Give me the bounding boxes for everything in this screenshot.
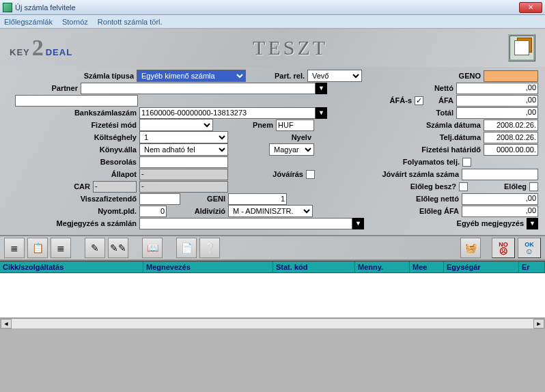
label-fizetesi-hatarido: Fizetési határidő — [408, 145, 484, 154]
value-allapot: - — [139, 169, 228, 180]
ok-button[interactable]: OK☺ — [518, 238, 541, 258]
input-nyomt-pld[interactable] — [139, 206, 167, 217]
checkbox-eloleg[interactable] — [529, 182, 538, 191]
label-car: CAR — [7, 182, 93, 191]
col-mee[interactable]: Mee — [410, 262, 444, 272]
logo-two: 2 — [32, 39, 44, 57]
toolbar-btn-basket[interactable]: 🧺 — [460, 238, 481, 258]
select-nyelv[interactable]: Magyar — [269, 143, 314, 156]
grid-header: Cikk/szolgáltatás Megnevezés Stat. kód M… — [0, 261, 545, 273]
label-allapot: Állapot — [7, 170, 139, 178]
label-szamla-datuma: Számla dátuma — [408, 121, 484, 129]
scroll-right[interactable]: ► — [533, 319, 544, 328]
logo: KEY 2 DEAL — [10, 39, 72, 57]
col-er[interactable]: Er — [519, 262, 545, 272]
label-telj-datuma: Telj.dátuma — [408, 133, 484, 141]
title-bar: Új számla felvitele ✕ — [0, 0, 545, 15]
app-icon — [3, 3, 12, 12]
close-button[interactable]: ✕ — [519, 2, 542, 13]
scroll-track[interactable] — [12, 319, 533, 328]
label-eloleg-afa: Előleg ÁFA — [393, 207, 462, 215]
checkbox-eloleg-besz[interactable] — [459, 182, 468, 191]
toolbar-btn-6[interactable]: 📖 — [142, 238, 163, 258]
value-netto: ,00 — [456, 83, 538, 94]
select-fizetesi-mod[interactable] — [139, 119, 213, 131]
label-eloleg-netto: Előleg nettó — [393, 195, 462, 203]
banner-teszt: TESZT — [253, 36, 328, 59]
input-geno[interactable] — [484, 70, 538, 82]
grid-body[interactable] — [0, 273, 545, 318]
banner: KEY 2 DEAL TESZT — [0, 29, 545, 67]
col-cikk[interactable]: Cikk/szolgáltatás — [0, 262, 143, 272]
toolbar-btn-1[interactable]: ≣ — [4, 238, 25, 258]
label-pnem: Pnem — [244, 121, 276, 129]
input-megjegyzes[interactable] — [139, 218, 352, 229]
select-konyv-alla[interactable]: Nem adható fel — [139, 143, 228, 156]
dropdown-partner[interactable] — [316, 83, 327, 94]
select-part-rel[interactable]: Vevő — [307, 70, 362, 82]
toolbar-btn-4[interactable]: ✎ — [85, 238, 105, 258]
select-aldivizio[interactable]: M - ADMINISZTR. — [228, 205, 313, 217]
label-eloleg: Előleg — [495, 182, 529, 191]
logo-key: KEY — [10, 47, 30, 57]
label-part-rel: Part. rel. — [266, 72, 307, 80]
label-afa: ÁFA — [423, 96, 456, 104]
label-folyamatos-telj: Folyamatos telj. — [380, 158, 462, 166]
toolbar: ≣ 📋 ≣ ✎ ✎✎ 📖 📄 ❔ 🧺 NO☹ OK☺ — [0, 235, 545, 261]
horizontal-scrollbar[interactable]: ◄ ► — [0, 318, 545, 329]
menu-rontott[interactable]: Rontott számla törl. — [98, 18, 163, 26]
toolbar-btn-2[interactable]: 📋 — [27, 238, 48, 258]
value-eloleg-netto: ,00 — [462, 193, 538, 205]
col-menny[interactable]: Menny. — [355, 262, 410, 272]
input-partner-line2[interactable] — [15, 95, 138, 107]
label-geno: GENO — [449, 72, 484, 80]
toolbar-btn-8[interactable]: ❔ — [199, 238, 220, 258]
value-total: ,00 — [456, 107, 538, 119]
label-besorolas: Besorolás — [7, 158, 139, 166]
label-eloleg-besz: Előleg besz? — [391, 182, 459, 191]
label-jovairas: Jóváírás — [238, 170, 306, 178]
label-total: Totál — [422, 109, 456, 117]
dropdown-megjegyzes[interactable] — [352, 218, 364, 229]
toolbar-btn-5[interactable]: ✎✎ — [108, 238, 128, 258]
input-geni[interactable] — [228, 193, 287, 205]
input-szamla-datuma[interactable] — [484, 120, 538, 131]
input-visszafizetendo[interactable] — [139, 193, 180, 205]
input-partner[interactable] — [81, 83, 316, 94]
checkbox-afas[interactable] — [415, 96, 423, 105]
scroll-left[interactable]: ◄ — [1, 319, 12, 328]
checkbox-folyamatos[interactable] — [462, 158, 471, 167]
label-netto: Nettó — [422, 84, 456, 92]
dropdown-egyeb-megj[interactable] — [527, 218, 538, 229]
label-nyelv: Nyelv — [273, 133, 314, 141]
input-telj-datuma[interactable] — [484, 132, 538, 143]
input-besorolas[interactable] — [139, 156, 228, 168]
col-stat-kod[interactable]: Stat. kód — [273, 262, 355, 272]
label-egyeb-megj: Egyéb megjegyzés — [438, 219, 527, 227]
logo-deal: DEAL — [46, 47, 72, 57]
dropdown-bankszamlaszam[interactable] — [316, 107, 327, 119]
menu-elolegszamlak[interactable]: Előlegszámlák — [4, 18, 53, 26]
label-partner: Partner — [7, 84, 81, 92]
value-afa: ,00 — [456, 95, 538, 107]
input-jovairt-szamla[interactable] — [462, 169, 538, 180]
label-afas: ÁFÁ-s — [380, 96, 415, 104]
input-bankszamlaszam[interactable] — [139, 107, 316, 119]
label-koltseghely: Költséghely — [7, 133, 139, 141]
no-button[interactable]: NO☹ — [492, 238, 515, 258]
toolbar-btn-3[interactable]: ≣ — [51, 238, 71, 258]
label-bankszamlaszam: Bankszámlaszám — [7, 109, 139, 117]
toolbar-btn-7[interactable]: 📄 — [176, 238, 197, 258]
input-fizetesi-hatarido[interactable] — [484, 144, 538, 156]
label-aldivizio: Aldivízió — [180, 207, 228, 215]
menu-bar: Előlegszámlák Stornóz Rontott számla tör… — [0, 15, 545, 29]
menu-stornoz[interactable]: Stornóz — [62, 18, 88, 26]
col-egysegar[interactable]: Egységár — [444, 262, 519, 272]
value-car2: - — [139, 181, 228, 193]
select-szamla-tipusa[interactable]: Egyéb kimenő számla — [137, 70, 246, 82]
checkbox-jovairas[interactable] — [306, 170, 315, 179]
edit-icon-button[interactable] — [508, 34, 535, 61]
select-koltseghely[interactable]: 1 — [139, 131, 228, 143]
input-pnem[interactable] — [276, 120, 314, 131]
col-megnevezes[interactable]: Megnevezés — [143, 262, 273, 272]
